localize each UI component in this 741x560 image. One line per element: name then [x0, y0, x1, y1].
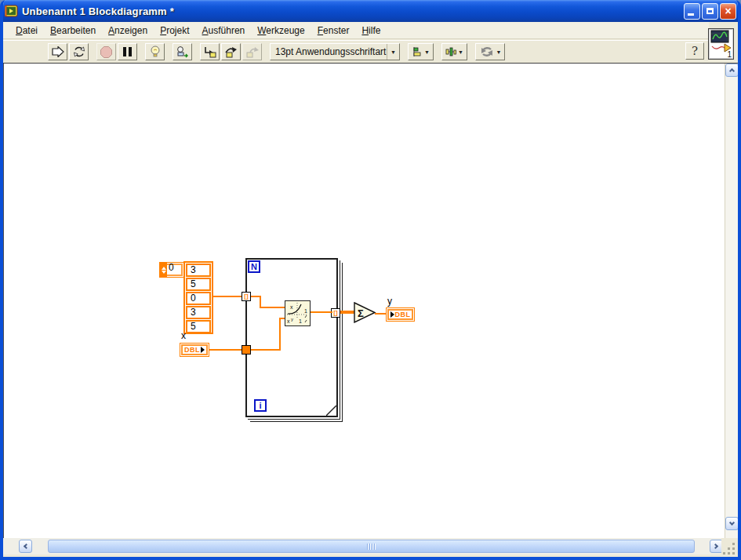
loop-iteration-terminal[interactable]: i — [254, 399, 267, 412]
step-out-icon — [245, 45, 259, 58]
maximize-icon — [706, 8, 714, 14]
spinner-down-icon — [162, 271, 166, 274]
run-button[interactable] — [48, 43, 67, 60]
array-element-3[interactable]: 3 — [186, 306, 211, 319]
svg-text:y: y — [291, 317, 293, 322]
menu-projekt[interactable]: Projekt — [154, 24, 195, 38]
font-selector[interactable]: 13pt Anwendungsschriftart ▼ — [270, 43, 400, 60]
horizontal-scroll-thumb[interactable] — [48, 540, 695, 553]
wire-tunnel-b2[interactable] — [279, 318, 281, 351]
array-constant[interactable]: 3 5 0 3 5 — [183, 261, 213, 334]
step-over-button[interactable] — [221, 43, 241, 60]
menu-werkzeuge[interactable]: Werkzeuge — [251, 24, 311, 38]
pause-icon — [123, 47, 132, 56]
scroll-left-button[interactable] — [19, 540, 32, 553]
menu-key: F — [318, 25, 323, 36]
align-objects-button[interactable]: ▼ — [408, 43, 434, 60]
wire-tunnel-b1[interactable] — [251, 349, 281, 351]
menu-datei[interactable]: Datei — [9, 24, 44, 38]
y-indicator-type: DBL — [395, 311, 411, 318]
wire-node-to-tunnel[interactable] — [311, 311, 332, 313]
menu-rest: erkzeuge — [266, 25, 304, 36]
reorder-icon — [479, 45, 495, 58]
context-help-button[interactable]: ? — [685, 42, 704, 60]
array-element-1[interactable]: 5 — [186, 278, 211, 291]
close-icon: × — [725, 5, 731, 16]
chevron-right-icon — [713, 544, 718, 549]
scroll-down-button[interactable] — [725, 517, 739, 530]
step-out-button — [242, 43, 262, 60]
resize-grip[interactable] — [721, 538, 738, 557]
scalar-input-tunnel[interactable] — [242, 345, 251, 355]
svg-text:1: 1 — [304, 308, 307, 314]
menu-anzeigen[interactable]: Anzeigen — [102, 24, 154, 38]
pause-button[interactable] — [118, 43, 137, 60]
scroll-up-button[interactable] — [725, 64, 739, 77]
loop-fold-corner-icon — [326, 405, 336, 416]
chevron-down-icon[interactable]: ▼ — [387, 44, 399, 60]
for-loop[interactable]: N i — [245, 258, 338, 417]
close-button[interactable]: × — [720, 3, 736, 20]
step-into-button[interactable] — [200, 43, 220, 60]
menu-key: W — [257, 25, 266, 36]
resize-grip-icon — [721, 538, 738, 557]
menu-ausfuehren[interactable]: Ausführen — [196, 24, 252, 38]
wire-array-to-sum[interactable] — [340, 311, 354, 314]
menu-rest: atei — [23, 25, 38, 36]
run-continuous-icon — [73, 45, 85, 58]
horizontal-scrollbar[interactable] — [3, 538, 725, 555]
menu-bearbeiten[interactable]: Bearbeiten — [44, 24, 102, 38]
power-of-x-node[interactable]: x 1 x y 1 — [285, 300, 311, 326]
menu-key: A — [202, 25, 209, 36]
menu-rest: enster — [323, 25, 349, 36]
retain-wire-values-icon — [176, 45, 189, 58]
spinner-up-icon — [162, 267, 166, 270]
maximize-button[interactable] — [702, 3, 718, 20]
block-diagram-canvas[interactable]: 0 3 5 0 3 5 x DBL N i [] — [3, 64, 725, 538]
auto-index-input-tunnel[interactable]: [] — [242, 292, 251, 301]
y-indicator-terminal[interactable]: DBL — [386, 307, 415, 322]
distribute-objects-icon — [445, 46, 456, 57]
chevron-left-icon — [24, 544, 29, 549]
menu-rest: nzeigen — [114, 25, 147, 36]
menu-rest: rojekt — [166, 25, 189, 36]
reorder-objects-button[interactable]: ▼ — [475, 43, 505, 60]
vi-number: 1 — [727, 50, 732, 59]
wire-tunnel-a3[interactable] — [260, 307, 285, 308]
wire-sum-to-y[interactable] — [375, 313, 386, 315]
titlebar[interactable]: Unbenannt 1 Blockdiagramm * × — [0, 0, 741, 22]
menu-rest: earbeiten — [56, 25, 96, 36]
retain-wire-values-button[interactable] — [173, 43, 192, 60]
chevron-down-icon: ▼ — [496, 49, 502, 55]
menu-fenster[interactable]: Fenster — [311, 24, 356, 38]
array-index-box[interactable]: 0 — [159, 262, 184, 278]
array-element-0[interactable]: 3 — [186, 264, 211, 277]
menu-rest: usführen — [209, 25, 245, 36]
menu-hilfe[interactable]: Hilfe — [355, 24, 387, 38]
array-index-spinner[interactable] — [160, 263, 167, 277]
menubar: Datei Bearbeiten Anzeigen Projekt Ausfüh… — [3, 22, 709, 39]
array-element-4[interactable]: 5 — [186, 320, 211, 333]
highlight-execution-button[interactable] — [145, 43, 165, 60]
vi-icon-pane[interactable]: 1 — [708, 28, 734, 60]
minimize-button[interactable] — [684, 3, 700, 20]
abort-button — [96, 43, 116, 60]
add-array-elements-node[interactable]: Σ — [354, 302, 376, 323]
loop-count-terminal[interactable]: N — [248, 260, 260, 273]
menu-key: D — [16, 25, 23, 36]
x-control-terminal[interactable]: DBL — [180, 343, 209, 357]
indicator-input-arrow-icon — [390, 311, 394, 318]
vertical-scrollbar[interactable] — [725, 64, 738, 551]
array-index-value: 0 — [167, 263, 174, 277]
array-element-2[interactable]: 0 — [186, 292, 211, 305]
distribute-objects-button[interactable]: ▼ — [441, 43, 467, 60]
help-icon: ? — [692, 44, 698, 58]
step-over-icon — [224, 45, 238, 58]
run-continuous-button[interactable] — [69, 43, 89, 60]
x-control-type: DBL — [184, 346, 200, 354]
x-control-label[interactable]: x — [181, 330, 186, 341]
auto-index-output-tunnel[interactable]: [] — [331, 308, 340, 318]
y-indicator-label[interactable]: y — [387, 296, 392, 307]
svg-text:x: x — [287, 318, 290, 324]
menu-key: B — [50, 25, 56, 36]
